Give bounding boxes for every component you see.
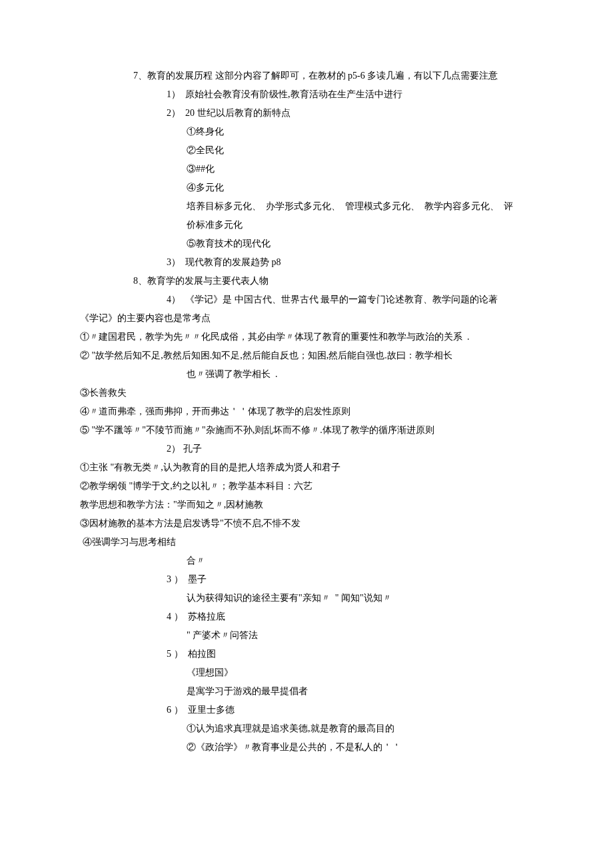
text-line: ②教学纲领 "博学于文,约之以礼〃；教学基本科目：六艺 [80, 477, 533, 496]
text-line: 教学思想和教学方法："学而知之〃,因材施教 [80, 496, 533, 514]
text-line: ④〃道而弗牵，强而弗抑，开而弗达＇＇体现了教学的启发性原则 [80, 402, 533, 421]
text-line: 培养目标多元化、 办学形式多元化、 管理模式多元化、 教学内容多元化、 评 [80, 197, 533, 216]
text-line: ⑤ "学不躐等〃"不陵节而施〃"杂施而不孙,则乱坏而不修〃.体现了教学的循序渐进… [80, 421, 533, 440]
text-line: ②《政治学》〃教育事业是公共的，不是私人的＇＇ [80, 738, 533, 757]
text-line: 《理想国》 [80, 663, 533, 682]
text-line: 是寓学习于游戏的最早提倡者 [80, 682, 533, 701]
text-line: 8、教育学的发展与主要代表人物 [80, 272, 533, 290]
text-line: 合〃 [80, 552, 533, 570]
text-line: ①主张 "有教无类〃,认为教育的目的是把人培养成为贤人和君子 [80, 458, 533, 477]
text-line: 1） 原始社会教育没有阶级性,教育活动在生产生活中进行 [80, 85, 533, 104]
text-line: ③##化 [80, 160, 533, 179]
text-line: 《学记》的主要内容也是常考点 [80, 309, 533, 328]
text-line: ⑤教育技术的现代化 [80, 234, 533, 253]
text-line: 2） 20 世纪以后教育的新特点 [80, 104, 533, 123]
text-line: 3） 现代教育的发展趋势 p8 [80, 253, 533, 272]
document-page: 7、教育的发展历程 这部分内容了解即可，在教材的 p5-6 多读几遍，有以下几点… [0, 0, 613, 810]
text-line: ①认为追求真理就是追求美德,就是教育的最高目的 [80, 719, 533, 738]
text-line: ①终身化 [80, 123, 533, 141]
text-line: 认为获得知识的途径主要有"亲知〃 " 闻知"说知〃 [80, 589, 533, 608]
text-line: 4） 《学记》是 中国古代、世界古代 最早的一篇专门论述教育、教学问题的论著 [80, 290, 533, 309]
text-line: ③长善救失 [80, 384, 533, 402]
text-line: ③因材施教的基本方法是启发诱导"不愤不启,不悱不发 [80, 514, 533, 533]
text-line: 2） 孔子 [80, 440, 533, 458]
text-line: 价标准多元化 [80, 216, 533, 234]
text-line: 6 ） 亚里士多德 [80, 701, 533, 719]
text-line: 5 ） 柏拉图 [80, 645, 533, 663]
text-line: " 产婆术〃问答法 [80, 626, 533, 645]
text-line: ② "故学然后知不足,教然后知困.知不足,然后能自反也；知困,然后能自强也.故曰… [80, 346, 533, 365]
text-line: ④多元化 [80, 179, 533, 197]
text-line: ④强调学习与思考相结 [80, 533, 533, 552]
text-line: ②全民化 [80, 141, 533, 160]
text-line: ①〃建国君民，教学为先〃〃化民成俗，其必由学〃体现了教育的重要性和教学与政治的关… [80, 328, 533, 346]
text-line: 也〃强调了教学相长 . [80, 365, 533, 384]
text-line: 4 ） 苏格拉底 [80, 608, 533, 626]
text-line: 3 ） 墨子 [80, 570, 533, 589]
text-line: 7、教育的发展历程 这部分内容了解即可，在教材的 p5-6 多读几遍，有以下几点… [80, 67, 533, 85]
